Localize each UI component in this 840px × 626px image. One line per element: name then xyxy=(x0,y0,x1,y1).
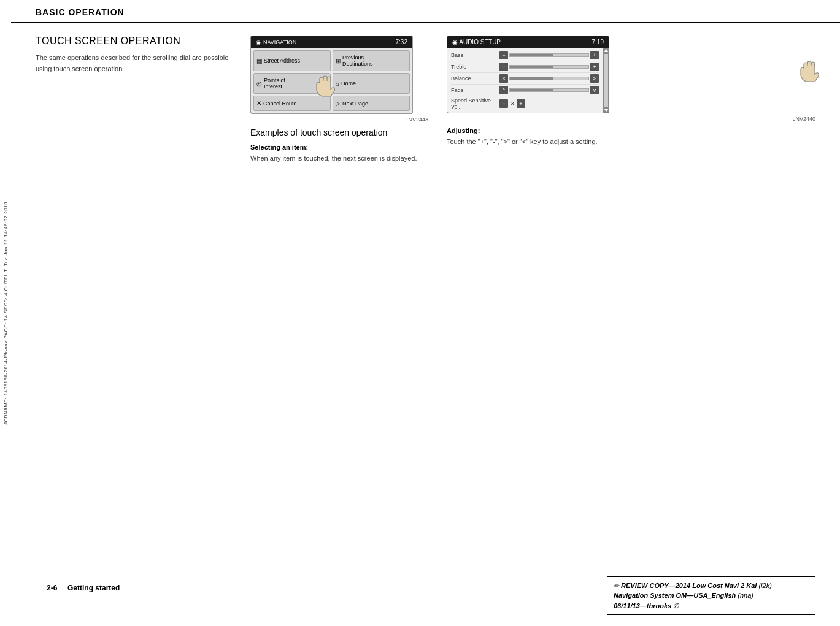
ssv-label: Speed Sensitive Vol. xyxy=(451,97,497,110)
audio-row-ssv: Speed Sensitive Vol. − 3 + xyxy=(451,96,599,111)
balance-label: Balance xyxy=(451,75,497,82)
bass-label: Bass xyxy=(451,52,497,58)
street-address-label: Street Address xyxy=(264,58,300,64)
page-label: Getting started xyxy=(67,584,120,592)
nav-screen-body: ▦ Street Address ⊞ PreviousDestinations … xyxy=(251,48,412,113)
bass-minus[interactable]: − xyxy=(499,51,508,59)
prev-dest-icon: ⊞ xyxy=(336,58,341,64)
middle-column: ◉ NAVIGATION 7:32 ▦ Street Address xyxy=(250,36,428,164)
ssv-minus[interactable]: − xyxy=(499,99,508,108)
next-page-label: Next Page xyxy=(342,101,368,107)
fade-down[interactable]: v xyxy=(590,86,599,94)
audio-screen: ◉ AUDIO SETUP 7:19 Bass − xyxy=(447,36,609,113)
nav-btn-next-page[interactable]: ▷ Next Page xyxy=(333,96,410,111)
page-header: BASIC OPERATION xyxy=(11,0,840,23)
section-body: The same operations described for the sc… xyxy=(36,53,232,74)
nav-header-label: ◉ NAVIGATION xyxy=(256,39,296,45)
cancel-route-icon: ✕ xyxy=(256,100,261,107)
page-number: 2-6 xyxy=(47,584,57,592)
cancel-route-label: Cancel Route xyxy=(263,101,297,107)
lnv-label-right: LNV2440 xyxy=(447,116,815,122)
audio-screen-body: Bass − + Treble xyxy=(447,48,609,113)
audio-header-label: ◉ AUDIO SETUP xyxy=(452,39,501,45)
selecting-body: When any item is touched, the next scree… xyxy=(250,153,428,164)
nav-btn-poi[interactable]: ◎ Points ofInterest xyxy=(253,73,331,94)
hand-cursor-icon xyxy=(313,72,337,102)
fade-controls: ^ v xyxy=(499,86,599,94)
review-box: ✏ REVIEW COPY—2014 Low Cost Navi 2 Kai (… xyxy=(607,576,815,616)
examples-title: Examples of touch screen operation xyxy=(250,128,428,137)
audio-screen-container: ◉ AUDIO SETUP 7:19 Bass − xyxy=(447,36,815,116)
ssv-controls: − 3 + xyxy=(499,99,599,108)
treble-plus[interactable]: + xyxy=(590,63,599,71)
nav-btn-home[interactable]: ⌂ Home xyxy=(333,73,410,94)
audio-screen-header: ◉ AUDIO SETUP 7:19 xyxy=(447,36,609,48)
treble-minus[interactable]: − xyxy=(499,63,508,71)
nav-icon: ◉ xyxy=(256,39,261,45)
treble-label: Treble xyxy=(451,64,497,70)
audio-scrollbar[interactable] xyxy=(603,48,609,113)
treble-controls: − + xyxy=(499,63,599,71)
fade-bar xyxy=(509,88,589,92)
review-line-2: Navigation System OM—USA_English (nna) xyxy=(614,590,809,601)
nav-btn-prev-destinations[interactable]: ⊞ PreviousDestinations xyxy=(333,50,410,71)
sidebar-vertical-text: JOBNAME: 1485166-2014-l2k-nav PAGE: 14 S… xyxy=(0,0,11,626)
audio-icon: ◉ xyxy=(452,39,458,45)
nav-screen-header: ◉ NAVIGATION 7:32 xyxy=(251,36,412,48)
bass-plus[interactable]: + xyxy=(590,51,599,59)
bass-controls: − + xyxy=(499,51,599,59)
balance-right[interactable]: > xyxy=(590,74,599,83)
left-column: TOUCH SCREEN OPERATION The same operatio… xyxy=(36,36,232,164)
ssv-value: 3 xyxy=(509,101,515,107)
adjusting-label: Adjusting: xyxy=(447,127,815,134)
review-line-1: ✏ REVIEW COPY—2014 Low Cost Navi 2 Kai (… xyxy=(614,581,809,591)
nav-screen: ◉ NAVIGATION 7:32 ▦ Street Address xyxy=(250,36,413,114)
balance-controls: < > xyxy=(499,74,599,83)
right-column: ◉ AUDIO SETUP 7:19 Bass − xyxy=(447,36,815,164)
audio-row-fade: Fade ^ v xyxy=(451,85,599,96)
treble-bar xyxy=(509,65,589,69)
hand-cursor-audio-icon xyxy=(797,54,825,88)
poi-icon: ◎ xyxy=(256,80,262,87)
street-address-icon: ▦ xyxy=(256,58,262,64)
home-label: Home xyxy=(341,80,356,86)
scroll-down-arrow[interactable] xyxy=(604,109,609,112)
page-footer: 2-6 Getting started xyxy=(47,584,120,592)
page-title: BASIC OPERATION xyxy=(36,7,815,17)
section-title: TOUCH SCREEN OPERATION xyxy=(36,36,232,47)
adjusting-section: Adjusting: Touch the "+", "-", ">" or "<… xyxy=(447,127,815,148)
nav-screen-container: ◉ NAVIGATION 7:32 ▦ Street Address xyxy=(250,36,428,116)
bass-bar xyxy=(509,53,589,57)
review-line-3: 06/11/13—tbrooks ✆ xyxy=(614,601,809,611)
lnv-label-left: LNV2443 xyxy=(250,116,428,123)
audio-row-bass: Bass − + xyxy=(451,50,599,61)
nav-btn-street-address[interactable]: ▦ Street Address xyxy=(253,50,331,71)
audio-row-balance: Balance < > xyxy=(451,73,599,85)
fade-label: Fade xyxy=(451,87,497,93)
adjusting-body: Touch the "+", "-", ">" or "<" key to ad… xyxy=(447,137,815,148)
poi-label: Points ofInterest xyxy=(264,77,285,90)
prev-dest-label: PreviousDestinations xyxy=(342,55,373,67)
balance-left[interactable]: < xyxy=(499,74,508,83)
audio-time: 7:19 xyxy=(592,39,604,45)
selecting-label: Selecting an item: xyxy=(250,143,428,151)
scroll-up-arrow[interactable] xyxy=(604,49,609,52)
fade-up[interactable]: ^ xyxy=(499,86,508,94)
audio-rows: Bass − + Treble xyxy=(447,48,603,113)
balance-bar xyxy=(509,77,589,80)
ssv-plus[interactable]: + xyxy=(517,99,525,108)
audio-row-treble: Treble − + xyxy=(451,61,599,73)
nav-time: 7:32 xyxy=(396,39,407,45)
